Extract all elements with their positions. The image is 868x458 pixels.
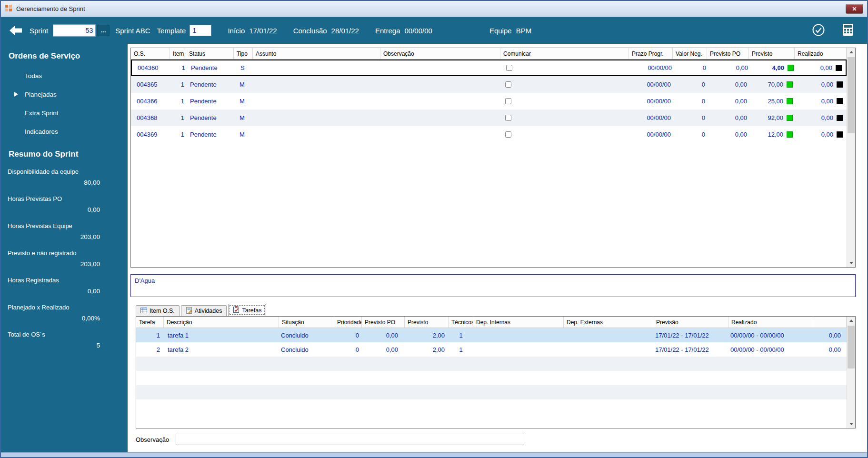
col-realizado[interactable]: Realizado xyxy=(795,48,847,59)
col-situacao[interactable]: Situação xyxy=(279,317,334,328)
comunicar-checkbox[interactable] xyxy=(505,115,511,121)
cell-valor-neg: 0 xyxy=(673,110,707,126)
cell-status: Pendente xyxy=(186,93,234,110)
scroll-thumb[interactable] xyxy=(848,57,855,133)
col-prazo[interactable]: Prazo Progr. xyxy=(629,48,673,59)
observacao-input[interactable] xyxy=(176,434,524,445)
stat-horas-registradas: Horas Registradas 0,00 xyxy=(1,277,128,295)
col-tipo[interactable]: Tipo xyxy=(234,48,253,59)
selected-arrow-icon xyxy=(14,92,18,97)
cell-tipo: M xyxy=(234,93,253,110)
tab-tarefas[interactable]: Tarefas xyxy=(228,304,266,316)
cell-observacao xyxy=(380,76,500,93)
table-row[interactable]: 1 tarefa 1 Concluido 0 0,00 2,00 1 17/01… xyxy=(136,328,847,342)
cell-tipo: M xyxy=(234,126,253,143)
col-tecnicos[interactable]: Técnicos xyxy=(449,317,473,328)
app-window: Gerenciamento de Sprint ✕ Sprint ... Spr… xyxy=(0,0,868,458)
col-previsto-po[interactable]: Previsto PO xyxy=(362,317,405,328)
status-black-icon xyxy=(837,81,843,88)
back-button[interactable] xyxy=(9,25,23,36)
cell-prazo: 00/00/00 xyxy=(629,93,673,110)
cell-assunto xyxy=(253,76,380,93)
comunicar-checkbox[interactable] xyxy=(505,131,511,138)
table-row[interactable]: 004360 1 Pendente S 00/00/00 0 0,00 4,00… xyxy=(131,60,847,76)
col-os[interactable]: O.S. xyxy=(131,48,170,59)
col-previsao[interactable]: Previsão xyxy=(653,317,728,328)
table-row[interactable]: 004368 1 Pendente M 00/00/00 0 0,00 92,0… xyxy=(131,110,847,126)
comunicar-checkbox[interactable] xyxy=(506,65,512,71)
cell-assunto xyxy=(253,110,380,126)
col-assunto[interactable]: Assunto xyxy=(253,48,380,59)
cell-item: 1 xyxy=(170,126,186,143)
col-descricao[interactable]: Descrição xyxy=(164,317,279,328)
cell-assunto xyxy=(253,93,380,110)
template-input[interactable] xyxy=(190,25,211,36)
table-row[interactable]: 004365 1 Pendente M 00/00/00 0 0,00 70,0… xyxy=(131,76,847,93)
sidebar-item-planejadas[interactable]: Planejadas xyxy=(1,91,128,98)
sidebar-item-extra-sprint[interactable]: Extra Sprint xyxy=(1,110,128,117)
scroll-thumb[interactable] xyxy=(848,326,855,368)
task-grid-scrollbar[interactable] xyxy=(847,317,855,428)
col-previsto[interactable]: Previsto xyxy=(405,317,449,328)
table-row[interactable]: 004366 1 Pendente M 00/00/00 0 0,00 25,0… xyxy=(131,93,847,110)
col-realizado[interactable]: Realizado xyxy=(728,317,813,328)
scroll-up-icon[interactable] xyxy=(847,48,855,56)
sidebar-item-todas[interactable]: Todas xyxy=(1,72,128,80)
col-item[interactable]: Item xyxy=(170,48,186,59)
cell-prazo: 00/00/00 xyxy=(629,126,673,143)
scroll-up-icon[interactable] xyxy=(847,317,855,325)
cell-realizado: 0,00 xyxy=(821,131,833,138)
stat-horas-previstas-po: Horas Previstas PO 0,00 xyxy=(1,195,128,213)
col-valor-neg[interactable]: Valor Neg. xyxy=(673,48,707,59)
col-prioridade[interactable]: Prioridade xyxy=(334,317,362,328)
activities-icon xyxy=(186,307,192,315)
window-bottom-border xyxy=(1,452,867,457)
cell-observacao xyxy=(381,60,501,75)
table-row[interactable]: 2 tarefa 2 Concluido 0 0,00 2,00 1 17/01… xyxy=(136,342,847,357)
cell-tarefa: 1 xyxy=(136,328,164,342)
conclusao-value: 28/01/22 xyxy=(331,27,359,35)
toolbar-icons xyxy=(812,23,854,38)
status-green-icon xyxy=(787,131,793,138)
cell-item: 1 xyxy=(170,76,186,93)
close-button[interactable]: ✕ xyxy=(846,4,863,14)
sprint-lookup-button[interactable]: ... xyxy=(97,25,110,36)
titlebar: Gerenciamento de Sprint ✕ xyxy=(1,1,867,17)
cell-previsto: 4,00 xyxy=(772,64,784,71)
cell-item: 1 xyxy=(170,110,186,126)
cell-os: 004369 xyxy=(131,126,170,143)
cell-assunto xyxy=(253,126,380,143)
comunicar-checkbox[interactable] xyxy=(505,98,511,104)
comunicar-checkbox[interactable] xyxy=(505,81,511,88)
calculator-icon[interactable] xyxy=(842,23,854,38)
cell-observacao xyxy=(380,110,500,126)
scroll-down-icon[interactable] xyxy=(847,420,855,428)
tab-atividades[interactable]: Atividades xyxy=(181,305,227,316)
col-dep-internas[interactable]: Dep. Internas xyxy=(473,317,564,328)
col-dep-externas[interactable]: Dep. Externas xyxy=(564,317,653,328)
col-tarefa[interactable]: Tarefa xyxy=(136,317,164,328)
empty-row xyxy=(136,385,847,399)
cell-previsto: 12,00 xyxy=(768,131,783,138)
table-row[interactable]: 004369 1 Pendente M 00/00/00 0 0,00 12,0… xyxy=(131,126,847,143)
stat-total-os: Total de OS´s 5 xyxy=(1,331,128,349)
grid-icon xyxy=(140,307,147,315)
col-observacao[interactable]: Observação xyxy=(380,48,500,59)
col-previsto-po[interactable]: Previsto PO xyxy=(707,48,749,59)
col-status[interactable]: Status xyxy=(186,48,234,59)
os-subject-memo[interactable]: D'Agua xyxy=(130,274,856,297)
col-comunicar[interactable]: Comunicar xyxy=(500,48,629,59)
cell-tecnicos: 1 xyxy=(449,342,473,357)
cell-previsto: 25,00 xyxy=(768,98,783,105)
confirm-check-icon[interactable] xyxy=(812,23,825,38)
main-content: O.S. Item Status Tipo Assunto Observação… xyxy=(128,44,867,452)
scroll-down-icon[interactable] xyxy=(847,259,855,267)
sidebar-item-indicadores[interactable]: Indicadores xyxy=(1,128,128,135)
tab-item-os[interactable]: Item O.S. xyxy=(136,305,180,316)
col-previsto[interactable]: Previsto xyxy=(749,48,795,59)
cell-os: 004368 xyxy=(131,110,170,126)
cell-prioridade: 0 xyxy=(334,328,362,342)
status-green-icon xyxy=(787,98,793,104)
os-grid-scrollbar[interactable] xyxy=(847,48,855,267)
sprint-number-input[interactable] xyxy=(53,24,96,37)
